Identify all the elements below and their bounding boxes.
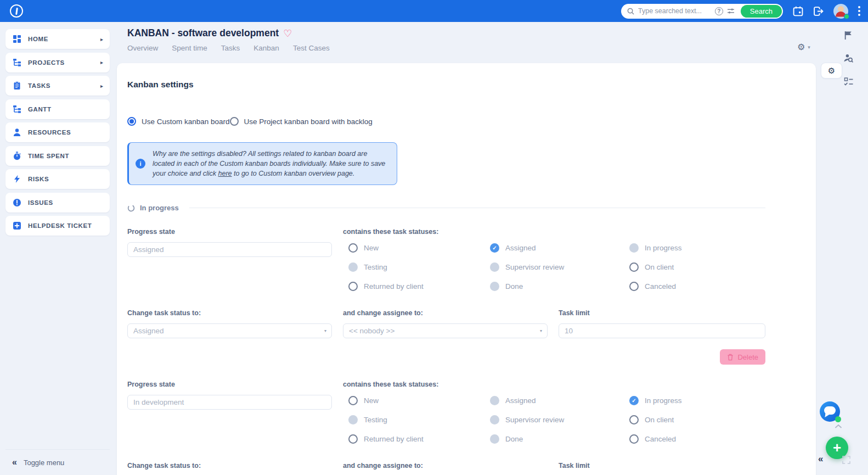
app-logo-icon[interactable] (10, 4, 23, 18)
chevron-right-icon: ▸ (100, 83, 103, 89)
person-search-icon[interactable] (843, 53, 854, 64)
status-checkbox-icon[interactable] (490, 282, 499, 291)
sidebar-item-time-spent[interactable]: TIME SPENT ▸ (5, 146, 110, 166)
status-checkbox-icon[interactable] (490, 243, 499, 253)
tab-kanban[interactable]: Kanban (253, 44, 279, 52)
fullscreen-icon[interactable] (842, 456, 850, 464)
chat-widget-button[interactable] (820, 401, 840, 422)
user-avatar[interactable] (833, 4, 848, 19)
tab-test-cases[interactable]: Test Cases (293, 44, 330, 52)
status-checkbox-icon[interactable] (348, 282, 358, 291)
board-option-use-project-kanban-board-with-backlog[interactable]: Use Project kanban board with backlog (230, 117, 373, 126)
status-checkbox-icon[interactable] (348, 262, 358, 272)
status-option-on-client[interactable]: On client (629, 415, 765, 424)
online-status-dot (844, 14, 849, 19)
sidebar-item-gantt[interactable]: GANTT ▸ (5, 99, 110, 119)
top-bar: ? Search (0, 0, 868, 22)
status-option-testing[interactable]: Testing (348, 415, 490, 424)
status-checkbox-icon[interactable] (629, 243, 639, 253)
status-option-supervisor-review[interactable]: Supervisor review (490, 262, 629, 272)
sidebar-item-issues[interactable]: ISSUES ▸ (5, 193, 110, 213)
search-button[interactable]: Search (741, 5, 782, 18)
sidebar-item-projects[interactable]: PROJECTS ▸ (5, 53, 110, 72)
sidebar-item-tasks[interactable]: TASKS ▸ (5, 76, 110, 96)
board-type-options: Use Custom kanban board Use Project kanb… (127, 117, 765, 126)
status-option-done[interactable]: Done (490, 434, 629, 444)
flag-icon[interactable] (844, 31, 853, 40)
filter-sliders-icon[interactable] (727, 7, 735, 15)
status-checkbox-icon[interactable] (348, 434, 358, 444)
trash-icon (727, 354, 734, 361)
header-settings-menu[interactable]: ⚙▾ (797, 42, 810, 52)
status-option-assigned[interactable]: Assigned (490, 396, 629, 405)
status-checkbox-icon[interactable] (629, 434, 639, 444)
status-checkbox-icon[interactable] (348, 396, 358, 405)
status-option-testing[interactable]: Testing (348, 262, 490, 272)
lightning-icon (13, 175, 28, 183)
progress-state-input[interactable] (127, 242, 332, 257)
delete-button[interactable]: Delete (720, 349, 765, 365)
sidebar: HOME ▸ PROJECTS ▸ TASKS ▸ GANTT ▸ RESOUR… (0, 22, 117, 475)
sidebar-item-home[interactable]: HOME ▸ (5, 29, 110, 49)
panel-heading: Kanban settings (127, 80, 765, 90)
tab-tasks[interactable]: Tasks (221, 44, 240, 52)
status-option-canceled[interactable]: Canceled (629, 282, 765, 291)
status-checkbox-icon[interactable] (629, 396, 639, 405)
global-search: ? Search (621, 4, 783, 19)
calendar-icon[interactable] (793, 6, 803, 16)
status-option-new[interactable]: New (348, 243, 490, 253)
status-options-grid: New Assigned In progress Testing (343, 396, 765, 444)
gear-icon: ⚙ (797, 42, 805, 52)
status-option-on-client[interactable]: On client (629, 262, 765, 272)
status-option-in-progress[interactable]: In progress (629, 243, 765, 253)
task-limit-input[interactable] (559, 323, 765, 338)
status-option-done[interactable]: Done (490, 282, 629, 291)
change-assignee-select[interactable]: << nobody >> ▾ (343, 323, 548, 338)
status-checkbox-icon[interactable] (629, 262, 639, 272)
tree-icon (13, 105, 28, 114)
change-status-select[interactable]: Assigned ▾ (127, 323, 332, 338)
status-option-in-progress[interactable]: In progress (629, 396, 765, 405)
help-icon[interactable]: ? (715, 7, 723, 15)
radio-icon[interactable] (127, 117, 136, 126)
status-checkbox-icon[interactable] (490, 262, 499, 272)
kanban-settings-gear-button[interactable]: ⚙ (821, 63, 842, 79)
sidebar-item-risks[interactable]: RISKS ▸ (5, 169, 110, 189)
status-option-returned-by-client[interactable]: Returned by client (348, 434, 490, 444)
board-option-use-custom-kanban-board[interactable]: Use Custom kanban board (127, 117, 230, 126)
status-checkbox-icon[interactable] (490, 434, 499, 444)
status-checkbox-icon[interactable] (348, 243, 358, 253)
status-option-supervisor-review[interactable]: Supervisor review (490, 415, 629, 424)
section-divider (189, 208, 765, 208)
status-option-assigned[interactable]: Assigned (490, 243, 629, 253)
status-option-canceled[interactable]: Canceled (629, 434, 765, 444)
status-option-new[interactable]: New (348, 396, 490, 405)
logout-icon[interactable] (813, 6, 824, 16)
progress-state-input[interactable] (127, 395, 332, 410)
tab-spent-time[interactable]: Spent time (172, 44, 207, 52)
status-checkbox-icon[interactable] (490, 396, 499, 405)
info-icon: i (136, 159, 145, 169)
sidebar-item-helpdesk-ticket[interactable]: HELPDESK TICKET ▸ (5, 216, 110, 236)
status-checkbox-icon[interactable] (629, 415, 639, 424)
toggle-menu-button[interactable]: « Toggle menu (5, 457, 110, 467)
collapse-panel-icon[interactable]: « (818, 454, 823, 465)
sidebar-item-resources[interactable]: RESOURCES ▸ (5, 122, 110, 142)
search-input[interactable] (638, 7, 711, 15)
status-checkbox-icon[interactable] (490, 415, 499, 424)
kebab-menu-icon[interactable] (858, 6, 860, 16)
person-icon (13, 128, 28, 137)
tab-overview[interactable]: Overview (127, 44, 158, 52)
status-checkbox-icon[interactable] (348, 415, 358, 424)
status-option-returned-by-client[interactable]: Returned by client (348, 282, 490, 291)
checklist-icon[interactable] (844, 77, 854, 87)
status-checkbox-icon[interactable] (629, 282, 639, 291)
here-link[interactable]: here (218, 170, 232, 177)
gear-icon: ⚙ (828, 66, 835, 76)
favorite-heart-icon[interactable]: ♡ (283, 29, 292, 38)
project-tabs: Overview Spent time Tasks Kanban Test Ca… (127, 44, 330, 52)
plus-square-icon (13, 221, 28, 230)
sidebar-divider (5, 449, 110, 450)
radio-icon[interactable] (230, 117, 239, 126)
scroll-up-icon[interactable] (835, 424, 842, 429)
